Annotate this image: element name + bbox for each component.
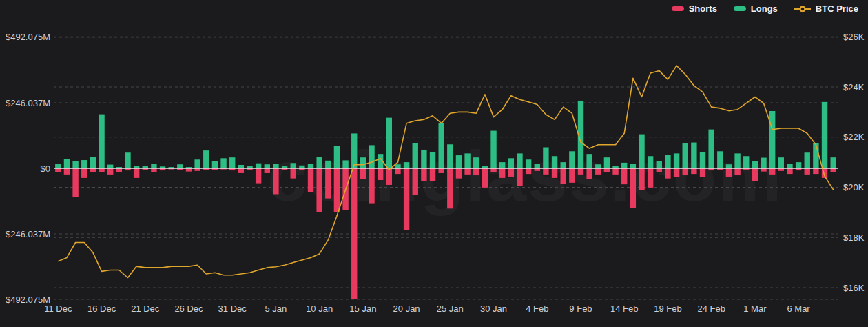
bar-shorts[interactable]	[787, 168, 792, 174]
bar-longs[interactable]	[683, 143, 688, 168]
bar-shorts[interactable]	[621, 168, 627, 184]
btc-price-line[interactable]	[58, 66, 833, 277]
bar-shorts[interactable]	[238, 168, 244, 173]
bar-shorts[interactable]	[561, 168, 566, 184]
bar-shorts[interactable]	[386, 168, 392, 185]
bar-longs[interactable]	[717, 151, 723, 168]
bar-shorts[interactable]	[421, 168, 426, 181]
bar-shorts[interactable]	[700, 168, 705, 177]
bar-longs[interactable]	[203, 150, 209, 168]
bar-shorts[interactable]	[316, 168, 322, 212]
bar-shorts[interactable]	[769, 168, 775, 175]
bar-shorts[interactable]	[657, 168, 662, 172]
bar-longs[interactable]	[778, 157, 784, 168]
bar-shorts[interactable]	[734, 168, 740, 175]
bar-shorts[interactable]	[830, 168, 836, 172]
bar-longs[interactable]	[265, 164, 270, 168]
bar-longs[interactable]	[90, 157, 96, 168]
bar-shorts[interactable]	[604, 168, 610, 172]
bar-shorts[interactable]	[116, 168, 122, 172]
bar-longs[interactable]	[351, 133, 357, 168]
bar-longs[interactable]	[430, 152, 435, 168]
bar-longs[interactable]	[404, 162, 409, 168]
bar-longs[interactable]	[456, 155, 462, 168]
bar-shorts[interactable]	[64, 168, 70, 175]
bar-shorts[interactable]	[490, 168, 496, 172]
bar-longs[interactable]	[395, 164, 400, 168]
bar-longs[interactable]	[72, 161, 78, 168]
bar-shorts[interactable]	[464, 168, 470, 175]
bar-longs[interactable]	[151, 164, 156, 168]
bar-longs[interactable]	[796, 162, 801, 168]
bar-shorts[interactable]	[726, 168, 732, 177]
bar-longs[interactable]	[569, 151, 575, 168]
bar-shorts[interactable]	[648, 168, 653, 188]
legend-item-longs[interactable]: Longs	[734, 3, 778, 14]
bar-shorts[interactable]	[552, 168, 557, 178]
bar-longs[interactable]	[229, 157, 235, 168]
bar-longs[interactable]	[447, 144, 453, 168]
bar-shorts[interactable]	[526, 168, 531, 174]
bar-shorts[interactable]	[508, 168, 514, 177]
bar-longs[interactable]	[342, 160, 348, 168]
bar-shorts[interactable]	[308, 168, 313, 192]
bar-longs[interactable]	[64, 159, 70, 168]
bar-longs[interactable]	[99, 115, 104, 168]
bar-shorts[interactable]	[395, 168, 400, 174]
bar-longs[interactable]	[595, 164, 601, 168]
bar-longs[interactable]	[125, 152, 130, 168]
bar-shorts[interactable]	[612, 168, 618, 175]
bar-longs[interactable]	[639, 135, 644, 168]
bar-longs[interactable]	[334, 146, 340, 168]
bar-longs[interactable]	[743, 156, 749, 168]
bar-longs[interactable]	[752, 161, 758, 168]
bar-shorts[interactable]	[430, 168, 435, 181]
bar-shorts[interactable]	[134, 168, 139, 178]
bar-longs[interactable]	[421, 150, 426, 168]
bar-longs[interactable]	[665, 155, 670, 168]
bar-shorts[interactable]	[360, 168, 366, 179]
bar-longs[interactable]	[586, 154, 592, 168]
bar-shorts[interactable]	[369, 168, 374, 204]
bar-shorts[interactable]	[456, 168, 462, 179]
bar-longs[interactable]	[787, 164, 792, 168]
bar-longs[interactable]	[805, 152, 810, 168]
bar-longs[interactable]	[822, 102, 827, 168]
bar-longs[interactable]	[769, 111, 775, 168]
bar-shorts[interactable]	[351, 168, 357, 299]
bar-shorts[interactable]	[404, 168, 409, 230]
bar-shorts[interactable]	[325, 168, 331, 199]
bar-longs[interactable]	[369, 145, 374, 168]
bar-shorts[interactable]	[691, 168, 696, 174]
bar-longs[interactable]	[438, 123, 444, 168]
bar-longs[interactable]	[316, 157, 322, 168]
bar-longs[interactable]	[761, 158, 766, 168]
bar-longs[interactable]	[604, 157, 610, 168]
bar-longs[interactable]	[708, 130, 714, 168]
bar-shorts[interactable]	[473, 168, 479, 175]
bar-longs[interactable]	[830, 157, 836, 168]
bar-shorts[interactable]	[81, 168, 87, 178]
bar-longs[interactable]	[212, 161, 218, 168]
bar-longs[interactable]	[107, 165, 113, 168]
bar-longs[interactable]	[499, 162, 505, 168]
bar-shorts[interactable]	[630, 168, 636, 208]
bar-shorts[interactable]	[517, 168, 522, 186]
bar-shorts[interactable]	[107, 168, 113, 175]
bar-shorts[interactable]	[674, 168, 679, 177]
bar-longs[interactable]	[734, 153, 740, 168]
bar-longs[interactable]	[691, 143, 696, 168]
bar-shorts[interactable]	[256, 168, 261, 184]
bar-longs[interactable]	[648, 156, 653, 168]
bar-shorts[interactable]	[813, 168, 818, 174]
bar-shorts[interactable]	[805, 168, 810, 175]
bar-shorts[interactable]	[55, 168, 61, 172]
bar-longs[interactable]	[813, 143, 818, 168]
bar-longs[interactable]	[360, 157, 366, 168]
bar-shorts[interactable]	[665, 168, 670, 179]
bar-shorts[interactable]	[569, 168, 575, 183]
bar-longs[interactable]	[674, 153, 679, 168]
bar-longs[interactable]	[657, 161, 662, 168]
bar-longs[interactable]	[700, 152, 705, 168]
bar-longs[interactable]	[273, 164, 278, 168]
